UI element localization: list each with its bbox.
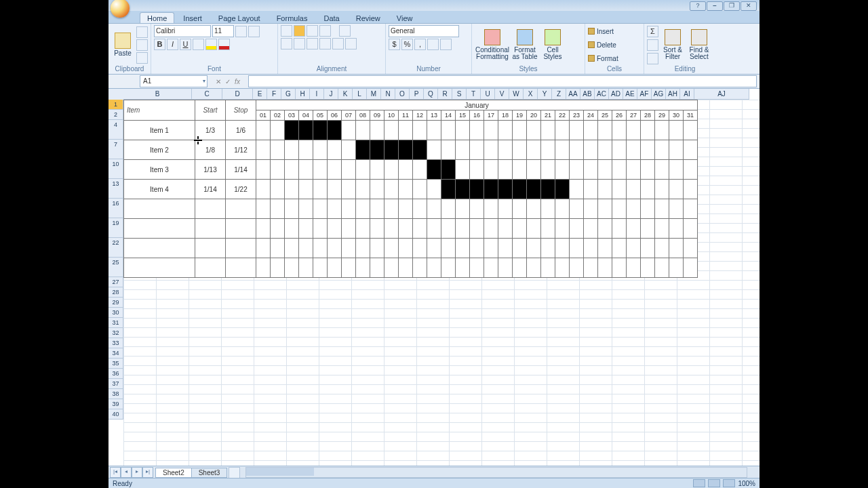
column-header[interactable]: AC — [595, 89, 609, 100]
row-header[interactable]: 30 — [108, 308, 123, 318]
row-header[interactable]: 28 — [108, 287, 123, 298]
align-middle-button[interactable] — [294, 25, 305, 37]
clear-button[interactable] — [647, 53, 658, 64]
orientation-button[interactable] — [319, 25, 331, 37]
select-all-corner[interactable] — [108, 89, 124, 100]
close-button[interactable]: ✕ — [741, 1, 757, 11]
row-header[interactable]: 36 — [108, 369, 123, 379]
delete-cells-button[interactable]: Delete — [588, 41, 616, 49]
row-header[interactable]: 2 — [108, 110, 123, 120]
row-header[interactable]: 34 — [108, 348, 123, 359]
format-cells-button[interactable]: Format — [588, 55, 618, 62]
restore-button[interactable]: ❐ — [724, 1, 740, 11]
copy-button[interactable] — [136, 39, 148, 51]
column-header[interactable]: AG — [652, 89, 666, 100]
sheet-tab-sheet2[interactable]: Sheet2 — [155, 468, 192, 478]
tab-home[interactable]: Home — [140, 12, 174, 23]
tab-data[interactable]: Data — [316, 12, 347, 23]
wrap-text-button[interactable] — [339, 25, 351, 37]
row-header[interactable]: 10 — [108, 159, 123, 179]
currency-button[interactable]: $ — [389, 39, 400, 50]
column-header[interactable]: AB — [580, 89, 595, 100]
enter-formula-icon[interactable]: ✓ — [225, 78, 231, 85]
conditional-formatting-button[interactable]: Conditional Formatting — [475, 26, 510, 64]
column-header[interactable]: AA — [566, 89, 580, 100]
format-painter-button[interactable] — [136, 52, 148, 64]
find-select-button[interactable]: Find & Select — [687, 26, 711, 64]
font-size-select[interactable]: 11 — [212, 25, 234, 37]
column-header[interactable]: AD — [609, 89, 623, 100]
column-header[interactable]: I — [310, 89, 324, 100]
align-bottom-button[interactable] — [307, 25, 318, 37]
fx-icon[interactable]: fx — [235, 78, 240, 85]
insert-cells-button[interactable]: Insert — [588, 28, 614, 35]
row-header[interactable]: 27 — [108, 277, 123, 287]
column-header[interactable]: R — [438, 89, 452, 100]
autosum-button[interactable]: Σ — [647, 26, 658, 37]
column-headers[interactable]: BCDEFGHIJKLMNOPQRSTUVWXYZAAABACADAEAFAGA… — [123, 89, 749, 100]
underline-button[interactable]: U — [180, 39, 191, 50]
row-header[interactable]: 35 — [108, 359, 123, 369]
column-header[interactable]: Z — [552, 89, 566, 100]
row-header[interactable]: 25 — [108, 258, 123, 277]
column-header[interactable]: D — [222, 89, 253, 100]
zoom-level[interactable]: 100% — [738, 480, 755, 487]
name-box[interactable]: A1 — [140, 75, 208, 87]
italic-button[interactable]: I — [167, 39, 178, 50]
new-sheet-button[interactable] — [229, 467, 240, 479]
bold-button[interactable]: B — [154, 39, 165, 50]
column-header[interactable]: J — [324, 89, 338, 100]
fill-button[interactable] — [647, 39, 658, 51]
align-right-button[interactable] — [307, 38, 318, 49]
horizontal-scrollbar[interactable] — [245, 467, 747, 478]
column-header[interactable]: P — [410, 89, 424, 100]
formula-bar[interactable] — [248, 75, 757, 87]
help-button[interactable]: ? — [690, 1, 706, 11]
decrease-indent-button[interactable] — [319, 38, 331, 49]
percent-button[interactable]: % — [401, 39, 413, 50]
column-header[interactable]: Y — [538, 89, 552, 100]
column-header[interactable]: M — [367, 89, 381, 100]
page-layout-view-button[interactable] — [708, 479, 720, 487]
cut-button[interactable] — [136, 26, 148, 38]
minimize-button[interactable]: ‒ — [707, 1, 723, 11]
row-header[interactable]: 19 — [108, 218, 123, 238]
scrollbar-thumb[interactable] — [246, 468, 314, 476]
row-header[interactable]: 38 — [108, 389, 123, 399]
column-header[interactable]: G — [281, 89, 296, 100]
column-header[interactable]: K — [338, 89, 353, 100]
row-headers[interactable]: 1247101316192225272829303132333435363738… — [108, 100, 123, 420]
column-header[interactable]: B — [123, 89, 192, 100]
column-header[interactable]: H — [296, 89, 310, 100]
row-header[interactable]: 39 — [108, 399, 123, 409]
column-header[interactable]: L — [353, 89, 367, 100]
increase-decimal-button[interactable] — [427, 39, 439, 50]
row-header[interactable]: 1 — [108, 100, 123, 110]
column-header[interactable]: F — [267, 89, 281, 100]
merge-center-button[interactable] — [345, 38, 357, 49]
row-header[interactable]: 29 — [108, 298, 123, 308]
align-left-button[interactable] — [281, 38, 292, 49]
column-header[interactable]: T — [467, 89, 481, 100]
cell-styles-button[interactable]: Cell Styles — [540, 26, 566, 64]
column-header[interactable]: AF — [637, 89, 652, 100]
font-color-button[interactable] — [218, 39, 230, 50]
borders-button[interactable] — [193, 39, 204, 50]
tab-insert[interactable]: Insert — [176, 12, 210, 23]
row-header[interactable]: 7 — [108, 140, 123, 159]
column-header[interactable]: AE — [623, 89, 637, 100]
row-header[interactable]: 16 — [108, 199, 123, 218]
tab-review[interactable]: Review — [349, 12, 388, 23]
decrease-font-button[interactable] — [248, 26, 260, 37]
column-header[interactable]: AH — [666, 89, 680, 100]
column-header[interactable]: X — [524, 89, 538, 100]
row-header[interactable]: 40 — [108, 409, 123, 420]
prev-sheet-button[interactable]: ◂ — [121, 467, 132, 478]
tab-view[interactable]: View — [389, 12, 420, 23]
row-header[interactable]: 13 — [108, 179, 123, 199]
align-top-button[interactable] — [281, 25, 292, 37]
first-sheet-button[interactable]: |◂ — [110, 467, 121, 478]
paste-button[interactable]: Paste — [111, 26, 134, 64]
column-header[interactable]: C — [192, 89, 222, 100]
align-center-button[interactable] — [294, 38, 305, 49]
